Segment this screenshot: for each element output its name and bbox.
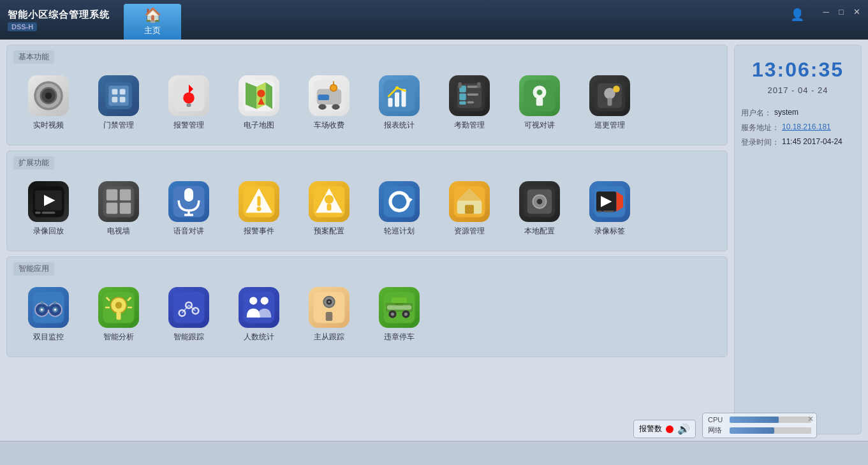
username-value: system xyxy=(774,108,798,119)
violation-icon xyxy=(379,287,420,328)
report-label: 报表统计 xyxy=(384,120,415,131)
patrol-plan-label: 轮巡计划 xyxy=(384,226,415,237)
server-value[interactable]: 10.18.216.181 xyxy=(782,122,831,133)
video-tag-icon xyxy=(589,181,630,222)
svg-rect-61 xyxy=(184,188,193,202)
svg-point-81 xyxy=(537,199,543,205)
patrol-label: 巡更管理 xyxy=(594,120,625,131)
icon-tvwall[interactable]: 电视墙 xyxy=(84,176,154,240)
smart-analyze-label: 智能分析 xyxy=(103,332,134,343)
intercom-label: 可视对讲 xyxy=(524,120,555,131)
date-display: 2017 - 04 - 24 xyxy=(768,85,828,95)
app-main-title: 智能小区综合管理系统 xyxy=(8,9,110,21)
master-track-label: 主从跟踪 xyxy=(314,332,344,343)
icon-people-count[interactable]: 人数统计 xyxy=(224,282,294,346)
icon-video-tag[interactable]: 录像标签 xyxy=(575,176,645,240)
svg-marker-14 xyxy=(246,82,257,109)
right-info-panel: 13:06:35 2017 - 04 - 24 用户名： system 服务地址… xyxy=(734,45,862,434)
home-icon: 🏠 xyxy=(144,7,161,24)
icon-preplan[interactable]: 预案配置 xyxy=(294,176,364,240)
window-controls: ─ □ ✕ xyxy=(820,5,863,18)
svg-rect-6 xyxy=(112,97,118,103)
icon-patrol-plan[interactable]: 轮巡计划 xyxy=(364,176,434,240)
video-tag-label: 录像标签 xyxy=(594,226,625,237)
emap-icon xyxy=(239,75,279,116)
app-subtitle: DSS-H xyxy=(8,22,37,31)
attendance-icon xyxy=(449,75,490,116)
preplan-label: 预案配置 xyxy=(314,226,344,237)
icon-intercom[interactable]: 可视对讲 xyxy=(504,70,575,135)
icon-alert-event[interactable]: 报警事件 xyxy=(224,176,294,240)
user-icon[interactable]: 👤 xyxy=(790,8,804,22)
nav-tabs: 🏠 主页 xyxy=(124,0,181,40)
svg-point-11 xyxy=(183,92,195,104)
icon-resource[interactable]: 资源管理 xyxy=(434,176,504,240)
svg-rect-40 xyxy=(459,82,462,88)
resource-icon xyxy=(449,181,490,222)
maximize-button[interactable]: □ xyxy=(835,5,848,18)
server-row: 服务地址： 10.18.216.181 xyxy=(741,122,855,133)
tab-home-label: 主页 xyxy=(144,25,161,36)
svg-point-94 xyxy=(54,309,57,311)
svg-point-2 xyxy=(45,92,52,100)
icon-violation[interactable]: 违章停车 xyxy=(364,282,434,346)
close-button[interactable]: ✕ xyxy=(850,5,863,18)
volume-icon[interactable]: 🔊 xyxy=(677,423,690,435)
alert-event-icon xyxy=(239,181,279,222)
svg-point-112 xyxy=(249,297,257,304)
section-smart-title: 智能应用 xyxy=(13,262,54,276)
icon-binocular[interactable]: 双目监控 xyxy=(13,282,84,346)
realtime-video-label: 实时视频 xyxy=(33,120,64,131)
svg-rect-39 xyxy=(477,82,480,88)
svg-rect-66 xyxy=(257,196,260,206)
login-time-value: 11:45 2017-04-24 xyxy=(782,137,842,148)
icon-local-config[interactable]: 本地配置 xyxy=(504,176,575,240)
icon-door-control[interactable]: 门禁管理 xyxy=(84,70,154,135)
parking-label: 车场收费 xyxy=(314,120,344,131)
svg-point-113 xyxy=(261,297,268,304)
smart-track-icon xyxy=(168,287,209,328)
svg-point-22 xyxy=(332,104,339,110)
network-label: 网络 xyxy=(708,425,726,435)
icon-parking[interactable]: 车场收费 xyxy=(294,70,364,135)
monitor-close-button[interactable]: ✕ xyxy=(807,415,814,424)
icon-emap[interactable]: 电子地图 xyxy=(224,70,294,135)
icon-report[interactable]: 报表统计 xyxy=(364,70,434,135)
app-title: 智能小区综合管理系统 DSS-H xyxy=(0,0,117,40)
smart-track-label: 智能跟踪 xyxy=(173,332,204,343)
basic-icons-row: 实时视频 门禁管理 xyxy=(13,70,721,135)
svg-rect-36 xyxy=(467,85,479,88)
icon-voice-intercom[interactable]: 语音对讲 xyxy=(154,176,224,240)
alert-event-label: 报警事件 xyxy=(244,226,274,237)
icon-alarm-mgmt[interactable]: 报警管理 xyxy=(154,70,224,135)
binocular-label: 双目监控 xyxy=(33,332,64,343)
icon-smart-analyze[interactable]: 智能分析 xyxy=(84,282,154,346)
icon-smart-track[interactable]: 智能跟踪 xyxy=(154,282,224,346)
violation-label: 违章停车 xyxy=(384,332,415,343)
icon-attendance[interactable]: 考勤管理 xyxy=(434,70,504,135)
people-count-label: 人数统计 xyxy=(244,332,274,343)
icon-playback[interactable]: 录像回放 xyxy=(13,176,84,240)
icon-realtime-video[interactable]: 实时视频 xyxy=(13,70,84,135)
preplan-icon xyxy=(309,181,349,222)
section-basic-title: 基本功能 xyxy=(13,50,54,64)
patrol-icon xyxy=(589,75,630,116)
svg-marker-16 xyxy=(266,82,273,109)
svg-rect-87 xyxy=(603,210,615,212)
svg-rect-99 xyxy=(117,312,121,320)
svg-rect-111 xyxy=(244,292,275,323)
minimize-button[interactable]: ─ xyxy=(820,5,832,18)
icon-patrol[interactable]: 巡更管理 xyxy=(575,70,645,135)
svg-rect-43 xyxy=(536,98,543,106)
svg-point-49 xyxy=(613,85,620,92)
svg-rect-95 xyxy=(45,306,52,309)
door-control-label: 门禁管理 xyxy=(103,120,134,131)
svg-rect-57 xyxy=(120,189,131,201)
playback-icon xyxy=(28,181,69,222)
svg-rect-8 xyxy=(120,97,126,103)
tab-home[interactable]: 🏠 主页 xyxy=(124,4,181,40)
svg-point-125 xyxy=(404,313,408,316)
icon-master-track[interactable]: 主从跟踪 xyxy=(294,282,364,346)
local-config-icon xyxy=(519,181,560,222)
svg-rect-54 xyxy=(42,212,55,214)
